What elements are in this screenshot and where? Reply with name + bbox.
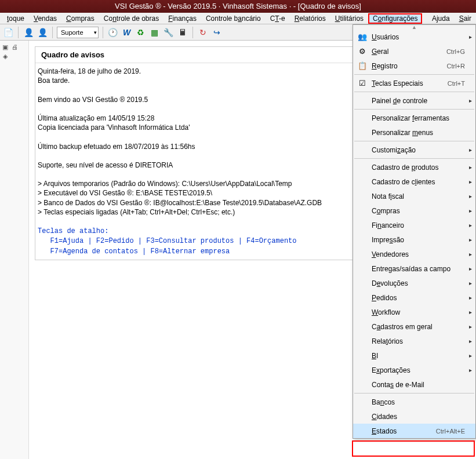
mini-icon[interactable]: ◈ bbox=[1, 52, 9, 60]
dropdown-item[interactable]: Personalizar ferramentas bbox=[353, 111, 475, 125]
item-label: Entregas/saídas a campo bbox=[369, 265, 465, 273]
menu-bar: toqueVendasComprasControle de obrasFinan… bbox=[0, 13, 476, 24]
dropdown-item[interactable]: Devoluções▸ bbox=[353, 276, 475, 290]
menu-item[interactable]: toque bbox=[2, 13, 29, 24]
dropdown-item[interactable]: 📋RegistroCtrl+R bbox=[353, 59, 475, 73]
item-label: Compras bbox=[369, 207, 465, 215]
dropdown-item[interactable]: Workflow▸ bbox=[353, 305, 475, 319]
dropdown-item[interactable]: BI▸ bbox=[353, 348, 475, 363]
submenu-arrow-icon: ▸ bbox=[466, 338, 472, 344]
dropdown-scroll-up[interactable]: ▲ bbox=[353, 25, 475, 30]
dropdown-item[interactable]: Vendedores▸ bbox=[353, 247, 475, 261]
item-shortcut: Ctrl+Alt+E bbox=[436, 428, 466, 435]
submenu-arrow-icon: ▸ bbox=[466, 294, 472, 301]
clock-icon[interactable]: 🕐 bbox=[107, 27, 119, 38]
menu-item[interactable]: Vendas bbox=[29, 13, 61, 24]
dropdown-item[interactable]: Cidades bbox=[353, 409, 475, 424]
exit-icon[interactable]: ↪ bbox=[211, 27, 223, 38]
item-label: Cadastro de clientes bbox=[369, 178, 465, 186]
item-label: Geral bbox=[369, 48, 446, 56]
dropdown-item[interactable]: ⚙GeralCtrl+G bbox=[353, 44, 475, 59]
item-icon: 👥 bbox=[355, 32, 369, 41]
toolbar-icon-3[interactable]: 👤 bbox=[37, 27, 48, 38]
menu-item[interactable]: Ajuda bbox=[427, 13, 455, 24]
item-label: Exportações bbox=[369, 366, 465, 374]
menu-item[interactable]: Finanças bbox=[163, 13, 201, 24]
dropdown-item[interactable]: Personalizar menus bbox=[353, 125, 475, 140]
config-dropdown: ▲ 👥Usuários▸⚙GeralCtrl+G📋RegistroCtrl+R☑… bbox=[353, 24, 476, 439]
item-label: Estados bbox=[369, 427, 436, 435]
item-label: Workflow bbox=[369, 308, 465, 316]
excel-icon[interactable]: ▦ bbox=[149, 27, 161, 38]
dropdown-item[interactable]: Painel de controle▸ bbox=[353, 93, 475, 108]
menu-item[interactable]: Utilitários bbox=[330, 13, 368, 24]
item-label: Bancos bbox=[369, 398, 465, 406]
item-label: BI bbox=[369, 352, 465, 360]
mini-icon[interactable]: 🖨 bbox=[10, 43, 19, 51]
menu-item[interactable]: Controle bancário bbox=[201, 13, 266, 24]
dropdown-item[interactable]: EstadosCtrl+Alt+E bbox=[353, 424, 475, 438]
dropdown-item[interactable]: Entregas/saídas a campo▸ bbox=[353, 261, 475, 276]
item-label: Relatórios bbox=[369, 337, 465, 345]
dropdown-item[interactable]: Exportações▸ bbox=[353, 363, 475, 377]
menu-separator bbox=[354, 92, 474, 92]
menu-item-configuracoes[interactable]: Configurações bbox=[368, 13, 422, 24]
suporte-combo[interactable]: Suporte ▾ bbox=[57, 27, 99, 38]
submenu-arrow-icon: ▸ bbox=[466, 178, 472, 185]
menu-separator bbox=[354, 393, 474, 394]
refresh-icon[interactable]: ♻ bbox=[135, 27, 147, 38]
item-label: Financeiro bbox=[369, 221, 465, 230]
menu-item[interactable]: CT-e bbox=[266, 13, 290, 24]
menu-item[interactable]: Compras bbox=[61, 13, 99, 24]
mini-icon[interactable]: ▣ bbox=[1, 43, 9, 51]
submenu-arrow-icon: ▸ bbox=[466, 309, 472, 315]
submenu-arrow-icon: ▸ bbox=[466, 236, 472, 243]
item-icon: 📋 bbox=[355, 61, 369, 70]
dropdown-item[interactable]: Nota fiscal▸ bbox=[353, 189, 475, 203]
dropdown-item[interactable]: Contas de e-Mail bbox=[353, 377, 475, 392]
chevron-down-icon: ▾ bbox=[94, 30, 97, 35]
item-label: Personalizar ferramentas bbox=[369, 114, 465, 122]
item-label: Teclas Especiais bbox=[369, 79, 448, 88]
dropdown-item[interactable]: Customização▸ bbox=[353, 143, 475, 157]
item-label: Personalizar menus bbox=[369, 129, 465, 137]
menu-item[interactable]: Controle de obras bbox=[99, 13, 163, 24]
item-shortcut: Ctrl+T bbox=[448, 80, 466, 87]
menu-separator bbox=[354, 74, 474, 75]
item-label: Painel de controle bbox=[369, 97, 465, 105]
dropdown-item[interactable]: Cadastro de produtos▸ bbox=[353, 160, 475, 174]
toolbar-icon-2[interactable]: 👤 bbox=[23, 27, 34, 38]
toolbar-icon-1[interactable]: 📄 bbox=[2, 27, 14, 38]
submenu-arrow-icon: ▸ bbox=[466, 147, 472, 153]
left-icon-strip: ▣ 🖨 ◈ bbox=[0, 41, 29, 459]
dropdown-item[interactable]: Compras▸ bbox=[353, 203, 475, 218]
title-bar: VSI Gestão ® - Versão 2019.5 · Vinhasoft… bbox=[0, 0, 476, 13]
item-icon: ⚙ bbox=[355, 47, 369, 56]
submenu-arrow-icon: ▸ bbox=[466, 222, 472, 228]
dropdown-item[interactable]: Relatórios▸ bbox=[353, 334, 475, 348]
dropdown-item[interactable]: 👥Usuários▸ bbox=[353, 30, 475, 44]
item-label: Registro bbox=[369, 62, 447, 70]
menu-item[interactable]: Relatórios bbox=[290, 13, 330, 24]
w-icon[interactable]: W bbox=[121, 27, 133, 38]
dropdown-item[interactable]: Financeiro▸ bbox=[353, 218, 475, 232]
dropdown-item[interactable]: Impressão▸ bbox=[353, 232, 475, 247]
sync-icon[interactable]: ↻ bbox=[197, 27, 209, 38]
dropdown-item[interactable]: Bancos bbox=[353, 395, 475, 409]
calc-icon[interactable]: 🖩 bbox=[177, 27, 188, 38]
tool-icon[interactable]: 🔧 bbox=[163, 27, 175, 38]
item-label: Devoluções bbox=[369, 279, 465, 287]
item-label: Usuários bbox=[369, 33, 465, 41]
menu-separator bbox=[354, 109, 474, 110]
dropdown-item[interactable]: Pedidos▸ bbox=[353, 290, 475, 305]
dropdown-item[interactable]: Cadastro de clientes▸ bbox=[353, 174, 475, 189]
item-shortcut: Ctrl+G bbox=[446, 48, 466, 55]
item-label: Vendedores bbox=[369, 250, 465, 258]
menu-item[interactable]: Sair bbox=[455, 13, 476, 24]
suporte-label: Suporte bbox=[61, 29, 83, 36]
item-label: Contas de e-Mail bbox=[369, 381, 465, 389]
submenu-arrow-icon: ▸ bbox=[466, 207, 472, 214]
submenu-arrow-icon: ▸ bbox=[466, 164, 472, 170]
dropdown-item[interactable]: ☑Teclas EspeciaisCtrl+T bbox=[353, 76, 475, 90]
dropdown-item[interactable]: Cadastros em geral▸ bbox=[353, 319, 475, 334]
